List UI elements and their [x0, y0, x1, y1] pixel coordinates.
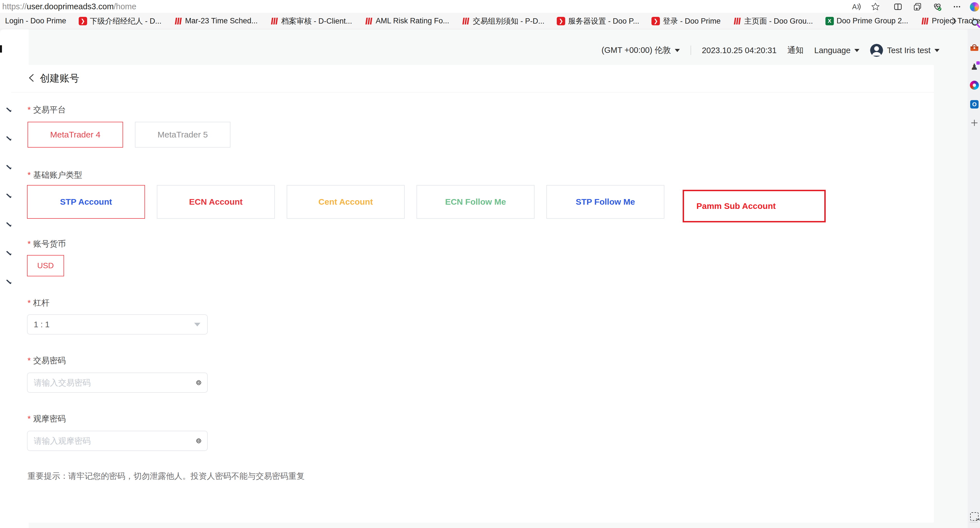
doo-group-favicon	[270, 17, 278, 25]
show-password-eye-icon[interactable]	[190, 373, 207, 392]
bookmark-item[interactable]: Mar-23 Time Sched...	[174, 17, 258, 25]
view-password-section-label: *观摩密码	[27, 413, 66, 424]
outlook-icon[interactable]: O	[970, 99, 979, 109]
account-type-ecn-follow-me[interactable]: ECN Follow Me	[417, 185, 535, 219]
leverage-section-label: *杠杆	[27, 297, 49, 309]
trade-password-field-box	[27, 373, 208, 393]
tools-icon[interactable]	[970, 43, 979, 53]
bookmark-label: AML Risk Rating Fo...	[376, 17, 449, 25]
read-aloud-icon[interactable]: A	[851, 2, 861, 11]
bookmark-item[interactable]: XDoo Prime Group 2...	[826, 17, 908, 25]
platform-section-label: *交易平台	[27, 104, 66, 116]
trade-password-input[interactable]	[27, 373, 190, 392]
account-type-stp-follow-me[interactable]: STP Follow Me	[546, 185, 664, 219]
bookmark-item[interactable]: 交易组别须知 - P-D...	[461, 16, 544, 26]
bookmark-label: 档案审核 - D-Client...	[281, 16, 352, 26]
microsoft365-icon[interactable]	[970, 80, 979, 90]
bookmark-label: 下级介绍经纪人 - D...	[90, 16, 162, 26]
doo-group-favicon	[364, 17, 373, 25]
doo-prime-favicon: ❯	[79, 17, 87, 25]
required-asterisk: *	[27, 105, 31, 114]
bookmark-label: 主页面 - Doo Grou...	[744, 16, 813, 26]
collections-icon[interactable]	[913, 2, 923, 11]
current-datetime: 2023.10.25 04:20:31	[702, 46, 776, 55]
language-selector[interactable]: Language	[814, 46, 859, 55]
cropped-logo-mark	[0, 45, 2, 53]
bookmark-label: 服务器设置 - Doo P...	[568, 16, 639, 26]
bookmark-label: 登录 - Doo Prime	[663, 16, 721, 26]
create-account-card: 创建账号 *交易平台 MetaTrader 4 MetaTrader 5 *基础…	[11, 65, 934, 523]
copilot-icon[interactable]	[970, 2, 979, 11]
sidebar-search-icon[interactable]	[970, 18, 980, 30]
trade-password-section-label: *交易密码	[27, 355, 66, 366]
title-divider	[11, 92, 934, 93]
back-button[interactable]	[27, 73, 35, 84]
required-asterisk: *	[27, 298, 31, 307]
view-password-field-box	[27, 431, 208, 451]
doo-group-favicon	[461, 17, 470, 25]
bookmark-item[interactable]: Login - Doo Prime	[5, 17, 66, 25]
user-menu[interactable]: Test Iris test	[870, 44, 940, 57]
edge-sidebar: ♟ O	[967, 29, 980, 528]
url-path: /home	[114, 2, 137, 11]
platform-option-metatrader4[interactable]: MetaTrader 4	[27, 122, 123, 148]
settings-more-icon[interactable]	[952, 2, 962, 11]
bookmark-label: 交易组别须知 - P-D...	[473, 16, 544, 26]
bookmark-item[interactable]: ❯下级介绍经纪人 - D...	[79, 16, 162, 26]
language-label: Language	[814, 46, 850, 55]
required-asterisk: *	[27, 171, 31, 179]
bookmark-item[interactable]: 档案审核 - D-Client...	[270, 16, 352, 26]
games-icon[interactable]: ♟	[970, 62, 979, 72]
more-bookmarks-chevron[interactable]	[950, 16, 958, 27]
bookmark-item[interactable]: AML Risk Rating Fo...	[364, 17, 449, 25]
bookmark-item[interactable]: ❯登录 - Doo Prime	[651, 16, 721, 26]
browser-essentials-icon[interactable]	[932, 2, 942, 11]
leverage-value: 1 : 1	[34, 320, 49, 329]
page-viewport: (GMT +00:00) 伦敦 2023.10.25 04:20:31 通知 L…	[0, 29, 967, 528]
currency-option-usd[interactable]: USD	[27, 255, 64, 276]
required-asterisk: *	[27, 356, 31, 365]
doo-group-favicon	[174, 17, 182, 25]
account-type-section-label: *基础账户类型	[27, 169, 82, 181]
doo-prime-favicon: ❯	[557, 17, 565, 25]
url-host: user.dooprimeads3.com	[27, 2, 114, 11]
screenshot-snip-icon[interactable]	[970, 512, 979, 521]
address-bar[interactable]: https://user.dooprimeads3.com/home	[0, 0, 879, 13]
select-caret-icon	[194, 323, 200, 326]
favorite-star-icon[interactable]	[871, 2, 880, 11]
required-asterisk: *	[27, 239, 31, 248]
username: Test Iris test	[887, 46, 931, 55]
url-scheme: https://	[2, 2, 27, 11]
chevron-down-icon	[934, 49, 940, 52]
browser-window: https://user.dooprimeads3.com/home A Log…	[0, 0, 980, 528]
chevron-down-icon	[675, 49, 680, 52]
required-asterisk: *	[27, 414, 31, 423]
timezone-selector[interactable]: (GMT +00:00) 伦敦	[601, 45, 680, 56]
show-password-eye-icon[interactable]	[190, 431, 207, 450]
account-type-pamm-sub-account[interactable]: Pamm Sub Account	[682, 190, 826, 222]
account-type-cent[interactable]: Cent Account	[287, 185, 405, 219]
notifications-link[interactable]: 通知	[787, 45, 803, 56]
currency-section-label: *账号货币	[27, 238, 66, 250]
bookmark-label: Mar-23 Time Sched...	[185, 17, 258, 25]
bookmark-item[interactable]: 主页面 - Doo Grou...	[733, 16, 813, 26]
add-sidebar-app-icon[interactable]	[970, 118, 979, 128]
account-type-ecn[interactable]: ECN Account	[157, 185, 275, 219]
platform-option-metatrader5[interactable]: MetaTrader 5	[135, 122, 231, 148]
leverage-select[interactable]: 1 : 1	[27, 314, 208, 335]
browser-toolbar: https://user.dooprimeads3.com/home A	[0, 0, 980, 13]
excel-favicon: X	[826, 17, 834, 25]
bookmark-label: Login - Doo Prime	[5, 17, 66, 25]
split-screen-icon[interactable]	[893, 2, 903, 11]
header-divider	[690, 46, 691, 55]
url-text[interactable]: https://user.dooprimeads3.com/home	[2, 0, 136, 13]
chevron-down-icon	[854, 49, 859, 52]
view-password-input[interactable]	[27, 431, 190, 450]
password-notice: 重要提示：请牢记您的密码，切勿泄露他人。投资人密码不能与交易密码重复	[27, 471, 305, 482]
doo-prime-favicon: ❯	[651, 17, 660, 25]
avatar	[870, 44, 883, 57]
bookmarks-bar: Login - Doo Prime ❯下级介绍经纪人 - D... Mar-23…	[0, 13, 980, 29]
account-type-stp[interactable]: STP Account	[27, 185, 145, 219]
doo-group-favicon	[921, 17, 929, 25]
bookmark-item[interactable]: ❯服务器设置 - Doo P...	[557, 16, 639, 26]
